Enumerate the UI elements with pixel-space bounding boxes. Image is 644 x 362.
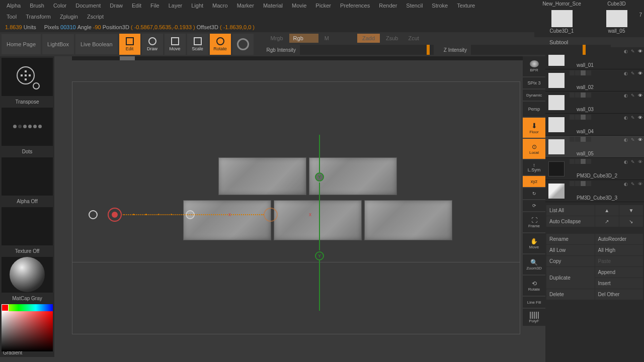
scene-slot[interactable]: New_Horror_Sce Cube3D_1 [534, 0, 589, 37]
dots-tool[interactable] [2, 108, 53, 146]
local-button[interactable]: ⊙Local [523, 139, 545, 159]
subtool-item[interactable]: ◐✎👁 wall_05 [545, 136, 644, 158]
canvas[interactable]: Y Y x x [72, 81, 520, 334]
bpr-button[interactable]: BPR [523, 56, 545, 76]
menu-alpha[interactable]: Alpha [3, 1, 25, 10]
menu-file[interactable]: File [146, 1, 164, 10]
insert-button[interactable]: Insert [595, 278, 643, 289]
append-button[interactable]: Append [595, 267, 643, 278]
zcut-button[interactable]: Zcut [404, 34, 423, 43]
eye-icon[interactable]: 👁 [637, 137, 643, 143]
gizmo-y-icon[interactable]: Y [315, 172, 324, 182]
delother-button[interactable]: Del Other [595, 289, 643, 300]
menu-macro[interactable]: Macro [208, 1, 232, 10]
viewport[interactable]: Y Y x x [54, 56, 523, 357]
copy-button[interactable]: Copy [546, 256, 595, 266]
spix-label[interactable]: SPix 3 [523, 77, 545, 88]
zoom3d-button[interactable]: 🔍Zoom3D [523, 254, 545, 275]
rgb-button[interactable]: Rgb [289, 34, 318, 43]
allhigh-button[interactable]: All High [595, 245, 643, 255]
subtool-item[interactable]: ◐✎👁 wall_02 [545, 69, 644, 92]
duplicate-button[interactable]: Duplicate [546, 267, 595, 289]
menu-render[interactable]: Render [375, 1, 401, 10]
up-button[interactable]: ▲ [595, 205, 619, 216]
move-button[interactable]: Move [165, 34, 186, 55]
arrow-button[interactable]: ↗ [595, 216, 619, 227]
floor-button[interactable]: ⬇Floor [523, 118, 545, 138]
move-button[interactable]: ✋Move [523, 233, 545, 253]
mrgb-button[interactable]: Mrgb [267, 34, 287, 43]
z-intensity-slider[interactable] [471, 45, 611, 55]
color-picker[interactable] [2, 304, 53, 347]
paste-button[interactable]: Paste [595, 256, 643, 266]
rot-y-button[interactable]: ↻ [523, 188, 545, 199]
down-button[interactable]: ▼ [619, 205, 643, 216]
transpose-handle[interactable] [264, 208, 278, 222]
menu-material[interactable]: Material [259, 1, 287, 10]
alpha-slot[interactable] [2, 157, 53, 196]
matcap-slot[interactable] [2, 257, 53, 293]
menu-light[interactable]: Light [187, 1, 207, 10]
menu-stroke[interactable]: Stroke [428, 1, 452, 10]
subtool-item[interactable]: ◐✎👁 PM3D_Cube3D_3 [545, 180, 644, 202]
texture-slot[interactable] [2, 207, 53, 245]
menu-preferences[interactable]: Preferences [336, 1, 374, 10]
home-button[interactable]: Home Page [2, 34, 41, 54]
zsub-button[interactable]: Zsub [382, 34, 402, 43]
menu-stencil[interactable]: Stencil [402, 1, 427, 10]
persp-button[interactable]: Persp [523, 102, 545, 117]
arrow-button[interactable]: ↘ [619, 216, 643, 227]
dynamic-button[interactable]: Dynamic [523, 89, 545, 101]
scale-button[interactable]: Scale [187, 34, 208, 55]
rot-z-button[interactable]: ⟳ [523, 200, 545, 211]
xyz-button[interactable]: xyz [523, 176, 545, 187]
menu-zplugin[interactable]: Zplugin [56, 12, 82, 21]
subtool-item[interactable]: ◐✎👁 wall_04 [545, 114, 644, 136]
circle-button[interactable] [232, 34, 254, 55]
menu-draw[interactable]: Draw [106, 1, 127, 10]
menu-color[interactable]: Color [49, 1, 70, 10]
draw-button[interactable]: Draw [142, 34, 163, 55]
eye-icon[interactable]: 👁 [637, 93, 643, 99]
delete-button[interactable]: Delete [546, 289, 595, 300]
eye-icon[interactable]: 👁 [637, 159, 643, 165]
subtool-item[interactable]: ◐✎👁 PM3D_Cube3D_2 [545, 158, 644, 180]
menu-edit[interactable]: Edit [128, 1, 145, 10]
liveboolean-button[interactable]: Live Boolean [75, 34, 118, 54]
rgb-intensity-slider[interactable] [300, 45, 434, 55]
menu-tool[interactable]: Tool [3, 12, 21, 21]
menu-document[interactable]: Document [71, 1, 105, 10]
h-scrollbar[interactable] [72, 56, 523, 60]
transpose-handle[interactable] [89, 210, 98, 219]
autoreorder-button[interactable]: AutoReorder [595, 234, 643, 244]
menu-movie[interactable]: Movie [288, 1, 310, 10]
gizmo-y-icon[interactable]: Y [315, 251, 324, 260]
polyf-button[interactable]: PolyF [523, 309, 545, 326]
frame-button[interactable]: ⛶Frame [523, 212, 545, 232]
lightbox-button[interactable]: LightBox [42, 34, 74, 54]
menu-texture[interactable]: Texture [453, 1, 479, 10]
autocollapse-button[interactable]: Auto Collapse [546, 216, 595, 227]
rotate3d-button[interactable]: ⟲Rotate [523, 276, 545, 296]
rotate-button[interactable]: Rotate [210, 34, 231, 55]
subtool-item[interactable]: ◐✎👁 wall_03 [545, 92, 644, 114]
alllow-button[interactable]: All Low [546, 245, 595, 255]
menu-brush[interactable]: Brush [26, 1, 48, 10]
tool-slot[interactable]: Cube3D wall_05 7 [589, 0, 644, 37]
rename-button[interactable]: Rename [546, 234, 595, 244]
menu-zscript[interactable]: Zscript [83, 12, 108, 21]
edit-button[interactable]: Edit [119, 34, 140, 55]
menu-picker[interactable]: Picker [311, 1, 335, 10]
lsym-button[interactable]: ↕L.Sym [523, 160, 545, 175]
transpose-tool[interactable] [2, 58, 53, 96]
eye-icon[interactable]: 👁 [637, 115, 643, 121]
eye-icon[interactable]: 👁 [637, 70, 643, 76]
zadd-button[interactable]: Zadd [357, 34, 380, 43]
menu-layer[interactable]: Layer [165, 1, 187, 10]
m-button[interactable]: M [320, 34, 333, 43]
menu-marker[interactable]: Marker [233, 1, 258, 10]
eye-icon[interactable]: 👁 [637, 181, 643, 187]
menu-transform[interactable]: Transform [22, 12, 55, 21]
listall-button[interactable]: List All [546, 205, 595, 216]
eye-icon[interactable]: 👁 [637, 48, 643, 54]
